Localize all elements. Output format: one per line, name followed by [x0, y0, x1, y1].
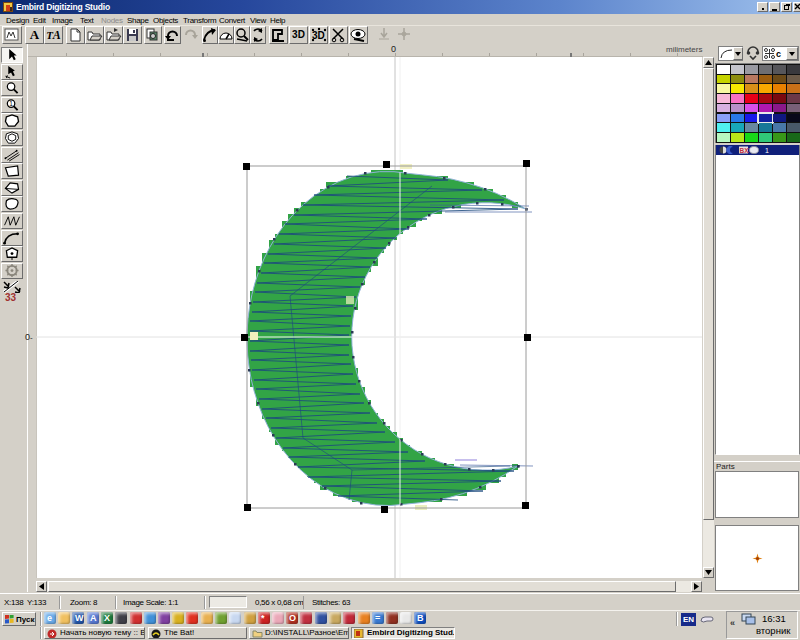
svg-text:1: 1: [765, 147, 769, 154]
svg-text:BX: BX: [740, 147, 750, 154]
svg-text:c: c: [776, 49, 781, 59]
svg-text:1: 1: [9, 100, 13, 107]
svg-text:3D: 3D: [312, 30, 325, 41]
